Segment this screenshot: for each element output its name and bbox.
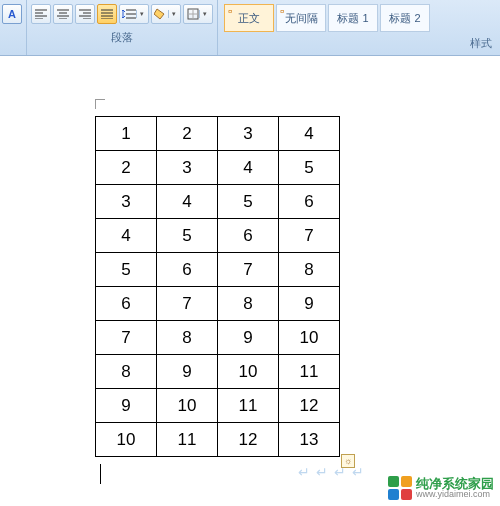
table-row: 1234 — [96, 117, 340, 151]
table-row: 10111213 — [96, 423, 340, 457]
table-cell[interactable]: 8 — [157, 321, 218, 355]
table-cell[interactable]: 4 — [157, 185, 218, 219]
style-label: 标题 1 — [337, 11, 368, 26]
align-left-button[interactable] — [31, 4, 51, 24]
table-cell[interactable]: 3 — [96, 185, 157, 219]
borders-button[interactable]: ▾ — [183, 4, 213, 24]
shading-button[interactable]: ▾ — [151, 4, 181, 24]
table-row: 2345 — [96, 151, 340, 185]
document-table-wrap: 1234234534564567567867897891089101191011… — [95, 116, 340, 457]
style-heading2[interactable]: 标题 2 — [380, 4, 430, 32]
paragraph-group: ▾ ▾ ▾ 段落 — [27, 0, 218, 55]
table-cell[interactable]: 11 — [279, 355, 340, 389]
table-cell[interactable]: 6 — [279, 185, 340, 219]
table-row: 3456 — [96, 185, 340, 219]
table-cell[interactable]: 10 — [157, 389, 218, 423]
table-row: 5678 — [96, 253, 340, 287]
align-justify-button[interactable] — [97, 4, 117, 24]
document-table[interactable]: 1234234534564567567867897891089101191011… — [95, 116, 340, 457]
table-cell[interactable]: 7 — [279, 219, 340, 253]
table-cell[interactable]: 13 — [279, 423, 340, 457]
table-cell[interactable]: 6 — [157, 253, 218, 287]
table-row: 6789 — [96, 287, 340, 321]
table-cell[interactable]: 9 — [96, 389, 157, 423]
table-row: 9101112 — [96, 389, 340, 423]
table-cell[interactable]: 7 — [96, 321, 157, 355]
style-label: 正文 — [238, 11, 260, 26]
table-cell[interactable]: 10 — [96, 423, 157, 457]
table-cell[interactable]: 12 — [279, 389, 340, 423]
table-cell[interactable]: 4 — [96, 219, 157, 253]
paragraph-group-label: 段落 — [31, 26, 213, 47]
table-cell[interactable]: 11 — [218, 389, 279, 423]
table-cell[interactable]: 5 — [157, 219, 218, 253]
table-cell[interactable]: 11 — [157, 423, 218, 457]
table-cell[interactable]: 8 — [96, 355, 157, 389]
table-cell[interactable]: 10 — [279, 321, 340, 355]
table-cell[interactable]: 5 — [218, 185, 279, 219]
text-cursor — [100, 464, 101, 484]
table-cell[interactable]: 4 — [279, 117, 340, 151]
watermark: 纯净系统家园 www.yidaimei.com — [388, 476, 494, 500]
table-cell[interactable]: 6 — [218, 219, 279, 253]
table-cell[interactable]: 3 — [218, 117, 279, 151]
table-cell[interactable]: 6 — [96, 287, 157, 321]
table-cell[interactable]: 7 — [218, 253, 279, 287]
table-cell[interactable]: 4 — [218, 151, 279, 185]
table-row: 891011 — [96, 355, 340, 389]
ribbon: A ▾ ▾ — [0, 0, 500, 56]
table-cell[interactable]: 9 — [279, 287, 340, 321]
table-cell[interactable]: 9 — [157, 355, 218, 389]
table-cell[interactable]: 2 — [96, 151, 157, 185]
table-row: 4567 — [96, 219, 340, 253]
page-margin-corner — [95, 99, 105, 109]
font-group-label — [2, 26, 22, 32]
table-row: 78910 — [96, 321, 340, 355]
style-heading1[interactable]: 标题 1 — [328, 4, 378, 32]
align-right-button[interactable] — [75, 4, 95, 24]
watermark-url: www.yidaimei.com — [416, 490, 494, 499]
style-normal[interactable]: ¤正文 — [224, 4, 274, 32]
table-cell[interactable]: 9 — [218, 321, 279, 355]
table-cell[interactable]: 1 — [96, 117, 157, 151]
table-cell[interactable]: 2 — [157, 117, 218, 151]
table-cell[interactable]: 10 — [218, 355, 279, 389]
style-gallery-row: ¤正文 ¤无间隔 标题 1 标题 2 — [224, 4, 498, 32]
paragraph-marks: ↵↵↵↵ — [298, 464, 370, 480]
table-cell[interactable]: 7 — [157, 287, 218, 321]
table-cell[interactable]: 8 — [279, 253, 340, 287]
align-center-button[interactable] — [53, 4, 73, 24]
table-cell[interactable]: 5 — [96, 253, 157, 287]
table-cell[interactable]: 5 — [279, 151, 340, 185]
line-spacing-button[interactable]: ▾ — [119, 4, 149, 24]
styles-group-label: 样式 — [224, 32, 498, 53]
style-label: 无间隔 — [285, 11, 318, 26]
font-group-fragment: A — [0, 0, 27, 55]
table-cell[interactable]: 3 — [157, 151, 218, 185]
style-no-spacing[interactable]: ¤无间隔 — [276, 4, 326, 32]
table-cell[interactable]: 12 — [218, 423, 279, 457]
watermark-logo-icon — [388, 476, 412, 500]
document-area[interactable]: 1234234534564567567867897891089101191011… — [0, 56, 500, 506]
styles-group: ¤正文 ¤无间隔 标题 1 标题 2 样式 — [218, 0, 500, 55]
char-border-button[interactable]: A — [2, 4, 22, 24]
table-cell[interactable]: 8 — [218, 287, 279, 321]
style-label: 标题 2 — [389, 11, 420, 26]
